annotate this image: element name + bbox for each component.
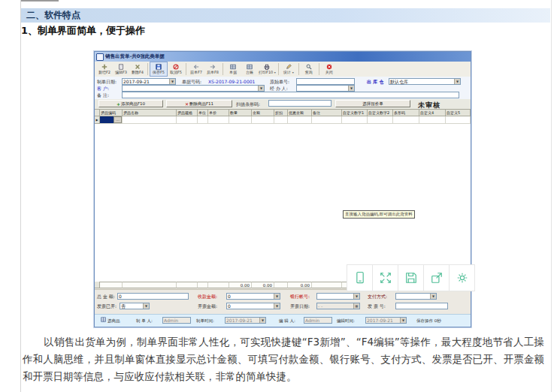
toolbar-save-button[interactable]: 保存F5 xyxy=(150,62,168,77)
grid-column-header[interactable]: 金额 xyxy=(252,110,274,116)
overlay-save-icon[interactable] xyxy=(398,265,424,291)
section-title: 二、软件特点 xyxy=(21,8,550,23)
toolbar-edit-button[interactable]: 编辑F3 xyxy=(113,62,129,77)
grid-column-header[interactable]: 单价 xyxy=(208,110,229,116)
grid-cell[interactable] xyxy=(393,116,419,124)
grid-column-header[interactable]: 优惠金额 xyxy=(288,110,312,116)
toolbar-query-button[interactable]: 查询 xyxy=(301,62,317,77)
invoiced-select[interactable]: 否 ▼ xyxy=(120,303,150,309)
total-amount-input[interactable] xyxy=(117,293,189,300)
warehouse-select[interactable]: 默认仓库 ▼ xyxy=(389,78,461,85)
grid-cell[interactable]: … xyxy=(100,116,123,124)
grid-column-header[interactable]: 单位 xyxy=(198,110,208,116)
grid-corner-cell xyxy=(95,110,100,116)
grid-column-header[interactable]: 自定义数字2 xyxy=(368,110,393,116)
chevron-down-icon[interactable]: ▼ xyxy=(143,303,149,309)
invoice-amount-select[interactable]: 0 ▼ xyxy=(226,303,280,309)
plus-icon xyxy=(101,64,107,70)
editor-label: 编 辑 人: xyxy=(279,318,295,324)
chevron-down-icon[interactable]: ▼ xyxy=(274,303,280,309)
grid-column-header[interactable]: 自定义数字1 xyxy=(342,110,368,116)
overlay-tablet-icon[interactable] xyxy=(347,265,373,291)
grid-cell[interactable] xyxy=(288,116,312,124)
grid-cell[interactable] xyxy=(252,116,274,124)
pay-method-select[interactable]: ▼ xyxy=(395,293,437,300)
chevron-down-icon: ▼ xyxy=(400,318,406,323)
image-overlay-toolbar xyxy=(347,264,475,291)
orig-no-input[interactable] xyxy=(296,78,355,85)
bank-account-select[interactable]: ▼ xyxy=(316,293,360,300)
toolbar-next-doc-button[interactable]: 后单F8 xyxy=(204,62,221,77)
pencil-icon xyxy=(286,64,292,70)
page-right-border xyxy=(551,0,552,392)
agent-select[interactable]: ▼ xyxy=(296,85,355,92)
grid-cell[interactable] xyxy=(446,116,471,124)
grid-column-header[interactable]: 条形码 xyxy=(393,110,419,116)
grid-cell[interactable] xyxy=(312,116,342,124)
grid-cell[interactable] xyxy=(342,116,368,124)
selected-cell[interactable] xyxy=(100,116,114,123)
toolbar-add-button[interactable]: 新增F2 xyxy=(96,62,113,77)
invoice-no-input[interactable] xyxy=(395,303,448,309)
toolbar-print-button[interactable]: 打印F10 ▾ xyxy=(258,62,277,77)
select-quotation-button[interactable]: 选择报价单 xyxy=(335,100,410,107)
totals-cell xyxy=(274,282,288,288)
grid-tooltip: 直接输入货品编码,即可调出此货资料 xyxy=(343,210,415,219)
overlay-share-icon[interactable] xyxy=(424,265,450,291)
window-titlebar[interactable]: 销售出货单-共0张此类单据 xyxy=(95,52,471,62)
toolbar-design-button[interactable]: 设计 ▾ xyxy=(280,62,297,77)
grid-column-header[interactable]: 自定义4 xyxy=(419,110,446,116)
grid-column-header[interactable]: 自定义5 xyxy=(446,110,471,116)
toolbar-cancel-button[interactable]: 取消F5 xyxy=(168,62,184,77)
add-item-button[interactable]: + 添加商品F10 xyxy=(98,100,163,107)
grid-cell[interactable] xyxy=(208,116,229,124)
remark-input[interactable] xyxy=(122,92,459,98)
grid-column-header[interactable]: 备注 xyxy=(312,110,342,116)
overlay-gear-icon[interactable] xyxy=(450,265,474,291)
totals-cell: 0.00 xyxy=(229,282,252,288)
grid-column-header[interactable]: 货品名称 xyxy=(123,110,177,116)
grid-cell[interactable] xyxy=(123,116,177,124)
grid-cell[interactable] xyxy=(368,116,393,124)
grid-column-header[interactable]: 折扣 xyxy=(274,110,288,116)
toolbar-docs-button[interactable]: 单据 xyxy=(225,62,241,77)
chevron-down-icon[interactable]: ▼ xyxy=(353,294,359,299)
invoice-date-select[interactable]: - - ▦ xyxy=(316,303,360,309)
received-amount-select[interactable]: 0 ▼ xyxy=(226,293,280,300)
grid-column-header[interactable]: 数量 xyxy=(229,110,252,116)
invoice-no-label: 发 票 号: xyxy=(368,303,386,310)
printer-icon xyxy=(264,64,270,70)
chevron-down-icon[interactable]: ▼ xyxy=(274,294,280,299)
grid-column-header[interactable]: 货品规格 xyxy=(177,110,198,116)
grid-data-row[interactable]: ▶… xyxy=(95,116,471,124)
delete-item-button[interactable]: ✕ 删除商品F11 xyxy=(166,100,232,107)
grid-column-header[interactable]: 货品编码 xyxy=(100,110,123,116)
calendar-icon[interactable]: ▦ xyxy=(353,303,359,309)
received-amount-label: 收款金额: xyxy=(198,294,217,300)
toolbar-delete-button[interactable]: 删除F4 xyxy=(129,62,146,77)
overlay-fullscreen-icon[interactable] xyxy=(373,265,398,291)
chevron-down-icon[interactable]: ▼ xyxy=(169,79,175,84)
toolbar-prev-doc-button[interactable]: 前单F7 xyxy=(188,62,204,77)
date-select[interactable]: 2017-09-21 ▼ xyxy=(122,78,176,85)
toolbar-ledger-button[interactable]: 台账 xyxy=(241,62,258,77)
grid-cell[interactable] xyxy=(229,116,252,124)
grid-cell[interactable] xyxy=(274,116,288,124)
grid-cell[interactable] xyxy=(198,116,208,124)
customer-select[interactable]: ▼ xyxy=(122,85,265,92)
chevron-down-icon[interactable]: ▼ xyxy=(430,294,436,299)
chevron-down-icon: ▼ xyxy=(259,318,265,323)
invoice-date-label: 开票日期: xyxy=(290,303,310,310)
toolbar-separator xyxy=(223,63,223,75)
sales-shipment-window: 销售出货单-共0张此类单据 新增F2编辑F3删除F4保存F5取消F5前单F7后单… xyxy=(94,51,471,327)
grid-cell[interactable] xyxy=(419,116,446,124)
chevron-down-icon[interactable]: ▼ xyxy=(348,86,354,91)
ellipsis-button[interactable]: … xyxy=(114,116,122,123)
grid-cell[interactable] xyxy=(177,116,198,124)
scan-barcode-input[interactable] xyxy=(268,100,331,107)
window-title: 销售出货单-共0张此类单据 xyxy=(105,53,165,60)
document-page: 二、软件特点 1、制单界面简单，便于操作 销售出货单-共0张此类单据 新增F2编… xyxy=(0,0,554,392)
chevron-down-icon[interactable]: ▼ xyxy=(454,79,460,84)
toolbar-close-button[interactable]: 关闭 xyxy=(321,62,338,77)
chevron-down-icon[interactable]: ▼ xyxy=(258,86,264,91)
